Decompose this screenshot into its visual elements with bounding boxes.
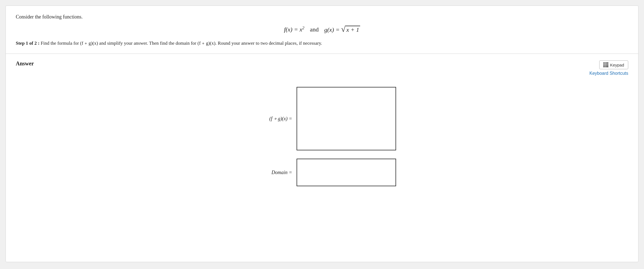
composition-input-row: (f ∘ g)(x) = xyxy=(248,87,396,150)
step-label: Step 1 of 2 : xyxy=(16,41,40,46)
domain-label: Domain = xyxy=(248,170,292,175)
answer-inputs-area: (f ∘ g)(x) = Domain = xyxy=(16,87,628,186)
formula-and: and xyxy=(310,26,319,33)
domain-answer-input[interactable] xyxy=(297,159,396,186)
keypad-button[interactable]: Keypad xyxy=(599,60,628,69)
step-text: Step 1 of 2 : Find the formula for (f ∘ … xyxy=(16,39,628,47)
formula-fx: f(x) = x2 xyxy=(284,25,304,33)
grid-icon xyxy=(603,62,608,67)
main-card: Consider the following functions. f(x) =… xyxy=(6,6,638,262)
composition-answer-input[interactable] xyxy=(297,87,396,150)
intro-text: Consider the following functions. xyxy=(16,14,628,20)
composition-label: (f ∘ g)(x) = xyxy=(248,116,292,122)
problem-section: Consider the following functions. f(x) =… xyxy=(6,6,638,54)
sqrt-symbol: √ xyxy=(341,25,345,33)
formula-gx: g(x) = √x + 1 xyxy=(324,25,360,33)
sqrt-content: x + 1 xyxy=(345,26,360,33)
domain-input-row: Domain = xyxy=(248,159,396,186)
keypad-label: Keypad xyxy=(610,63,624,67)
answer-section: Answer Keypad Keyboard Shortcuts (f ∘ g)… xyxy=(6,54,638,193)
formula-display: f(x) = x2 and g(x) = √x + 1 xyxy=(16,25,628,33)
answer-header: Answer Keypad Keyboard Shortcuts xyxy=(16,60,628,76)
keyboard-shortcuts-link[interactable]: Keyboard Shortcuts xyxy=(589,71,628,76)
step-description: Find the formula for (f ∘ g)(x) and simp… xyxy=(40,41,322,46)
keypad-area: Keypad Keyboard Shortcuts xyxy=(589,60,628,76)
answer-label: Answer xyxy=(16,60,34,67)
